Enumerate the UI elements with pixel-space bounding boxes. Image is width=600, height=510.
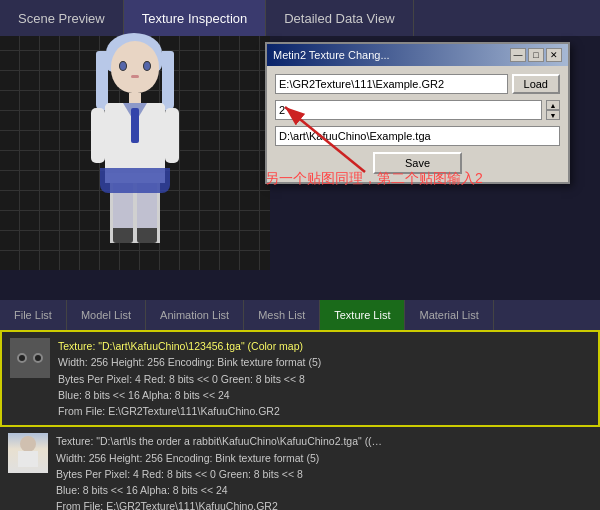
texture-info-1: Texture: "D:\art\KafuuChino\123456.tga" … <box>58 338 590 419</box>
tab-mesh-list[interactable]: Mesh List <box>244 300 320 330</box>
scene-preview <box>0 36 270 270</box>
tab-texture-inspection[interactable]: Texture Inspection <box>124 0 267 36</box>
char-hair-side-right <box>162 51 174 111</box>
texture-item-1[interactable]: Texture: "D:\art\KafuuChino\123456.tga" … <box>0 330 600 427</box>
load-button[interactable]: Load <box>512 74 560 94</box>
tab-animation-list[interactable]: Animation List <box>146 300 244 330</box>
thumb-eye-right <box>33 353 43 363</box>
texture-list: Texture: "D:\art\KafuuChino\123456.tga" … <box>0 330 600 510</box>
spinner-up-btn[interactable]: ▲ <box>546 100 560 110</box>
texture-thumb-1 <box>10 338 50 378</box>
character-model <box>75 41 195 251</box>
texture-item-2[interactable]: Texture: "D:\art\ls the order a rabbit\K… <box>0 427 600 510</box>
dialog-close-btn[interactable]: ✕ <box>546 48 562 62</box>
texture-info-2: Texture: "D:\art\ls the order a rabbit\K… <box>56 433 592 510</box>
tab-model-list[interactable]: Model List <box>67 300 146 330</box>
texture-thumb-2 <box>8 433 48 473</box>
dialog-content: Load ▲ ▼ Save <box>267 66 568 182</box>
number-row: ▲ ▼ <box>275 100 560 120</box>
texture-line5-2: From File: E:\GR2Texture\111\KafuuChino.… <box>56 498 592 510</box>
spinner-down-btn[interactable]: ▼ <box>546 110 560 120</box>
texture-line4-1: Blue: 8 bits << 16 Alpha: 8 bits << 24 <box>58 387 590 403</box>
texture-line2-1: Width: 256 Height: 256 Encoding: Bink te… <box>58 354 590 370</box>
dialog-titlebar: Metin2 Texture Chang... — □ ✕ <box>267 44 568 66</box>
tab-file-list[interactable]: File List <box>0 300 67 330</box>
tab-material-list[interactable]: Material List <box>405 300 493 330</box>
texture-line1-2: Texture: "D:\art\ls the order a rabbit\K… <box>56 433 592 449</box>
texture-path-input[interactable] <box>275 126 560 146</box>
tab-detailed-data-view[interactable]: Detailed Data View <box>266 0 413 36</box>
spinner: ▲ ▼ <box>546 100 560 120</box>
file-path-row: Load <box>275 74 560 94</box>
top-tab-bar: Scene Preview Texture Inspection Detaile… <box>0 0 600 36</box>
dialog-minimize-btn[interactable]: — <box>510 48 526 62</box>
thumb-eyes <box>17 353 43 363</box>
char-body <box>105 103 165 183</box>
texture-change-dialog: Metin2 Texture Chang... — □ ✕ Load ▲ ▼ S… <box>265 42 570 184</box>
char-uniform <box>105 103 165 173</box>
file-path-input[interactable] <box>275 74 508 94</box>
number-input[interactable] <box>275 100 542 120</box>
tab-scene-preview[interactable]: Scene Preview <box>0 0 124 36</box>
tab-texture-list[interactable]: Texture List <box>320 300 405 330</box>
texture-line3-2: Bytes Per Pixel: 4 Red: 8 bits << 0 Gree… <box>56 466 592 482</box>
dialog-controls: — □ ✕ <box>510 48 562 62</box>
save-button[interactable]: Save <box>373 152 462 174</box>
thumb-eye-left <box>17 353 27 363</box>
texture-line2-2: Width: 256 Height: 256 Encoding: Bink te… <box>56 450 592 466</box>
texture-path-row <box>275 126 560 146</box>
texture-line4-2: Blue: 8 bits << 16 Alpha: 8 bits << 24 <box>56 482 592 498</box>
texture-line3-1: Bytes Per Pixel: 4 Red: 8 bits << 0 Gree… <box>58 371 590 387</box>
texture-line5-1: From File: E:\GR2Texture\111\KafuuChino.… <box>58 403 590 419</box>
dialog-title: Metin2 Texture Chang... <box>273 49 390 61</box>
texture-line1-1: Texture: "D:\art\KafuuChino\123456.tga" … <box>58 338 590 354</box>
char-head <box>111 41 159 93</box>
bottom-tab-bar: File List Model List Animation List Mesh… <box>0 300 600 330</box>
dialog-maximize-btn[interactable]: □ <box>528 48 544 62</box>
char-hair-side-left <box>96 51 108 111</box>
char-tie <box>131 108 139 143</box>
